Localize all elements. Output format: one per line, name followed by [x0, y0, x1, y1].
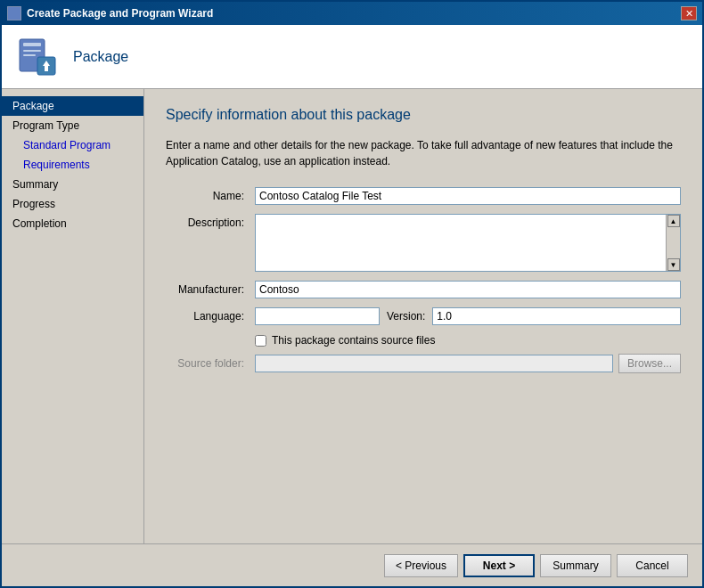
main-content: Package Program Type Standard Program Re… — [2, 89, 702, 543]
next-button[interactable]: Next > — [463, 554, 535, 577]
svg-rect-6 — [45, 66, 48, 71]
window-title: Create Package and Program Wizard — [27, 7, 213, 20]
window-icon — [7, 6, 21, 20]
close-button[interactable]: ✕ — [681, 6, 697, 20]
source-folder-label: Source folder: — [166, 357, 255, 370]
name-label: Name: — [166, 187, 255, 202]
source-files-label: This package contains source files — [272, 334, 435, 347]
scroll-down-btn[interactable]: ▼ — [667, 258, 680, 271]
sidebar-item-summary[interactable]: Summary — [2, 175, 143, 194]
source-folder-input[interactable] — [255, 355, 613, 372]
manufacturer-label: Manufacturer: — [166, 281, 255, 296]
language-input[interactable] — [255, 307, 380, 325]
sidebar-item-standard-program[interactable]: Standard Program — [2, 135, 143, 155]
source-folder-wrapper: Browse... — [255, 354, 681, 373]
manufacturer-row: Manufacturer: — [166, 281, 681, 298]
svg-rect-3 — [23, 54, 36, 56]
sidebar-item-program-type[interactable]: Program Type — [2, 116, 143, 135]
version-input[interactable] — [432, 307, 681, 325]
svg-rect-1 — [23, 43, 41, 46]
sidebar-item-package[interactable]: Package — [2, 96, 143, 116]
wizard-footer: < Previous Next > Summary Cancel — [2, 543, 702, 586]
title-bar: Create Package and Program Wizard ✕ — [2, 2, 702, 25]
wizard-sidebar: Package Program Type Standard Program Re… — [2, 89, 144, 543]
source-folder-row: Source folder: Browse... — [166, 354, 681, 373]
intro-text: Enter a name and other details for the n… — [166, 137, 681, 169]
name-row: Name: — [166, 187, 681, 205]
content-heading: Specify information about this package — [166, 107, 681, 123]
description-wrapper: ▲ ▼ — [255, 214, 681, 272]
description-row: Description: ▲ ▼ — [166, 214, 681, 272]
wizard-header: Package — [2, 25, 702, 89]
svg-rect-2 — [23, 50, 41, 52]
version-label: Version: — [387, 310, 425, 323]
language-label: Language: — [166, 307, 255, 323]
sidebar-item-progress[interactable]: Progress — [2, 194, 143, 214]
manufacturer-input[interactable] — [255, 281, 681, 298]
name-input[interactable] — [255, 187, 681, 205]
previous-button[interactable]: < Previous — [384, 554, 458, 577]
header-title: Package — [73, 49, 128, 65]
language-version-wrapper: Version: — [255, 307, 681, 325]
source-files-row: This package contains source files — [255, 334, 681, 347]
summary-button[interactable]: Summary — [540, 554, 611, 577]
description-input[interactable] — [256, 215, 680, 268]
description-label: Description: — [166, 214, 255, 229]
description-scrollbar[interactable]: ▲ ▼ — [666, 215, 680, 271]
manufacturer-input-wrapper — [255, 281, 681, 298]
content-area: Specify information about this package E… — [144, 89, 702, 543]
wizard-window: Create Package and Program Wizard ✕ Pack… — [0, 0, 704, 588]
language-version-row: Language: Version: — [166, 307, 681, 325]
name-input-wrapper — [255, 187, 681, 205]
sidebar-item-requirements[interactable]: Requirements — [2, 155, 143, 175]
scroll-up-btn[interactable]: ▲ — [667, 215, 680, 227]
cancel-button[interactable]: Cancel — [617, 554, 688, 577]
browse-button[interactable]: Browse... — [618, 354, 681, 373]
package-icon — [16, 36, 59, 78]
source-files-checkbox[interactable] — [255, 335, 266, 347]
sidebar-item-completion[interactable]: Completion — [2, 214, 143, 233]
